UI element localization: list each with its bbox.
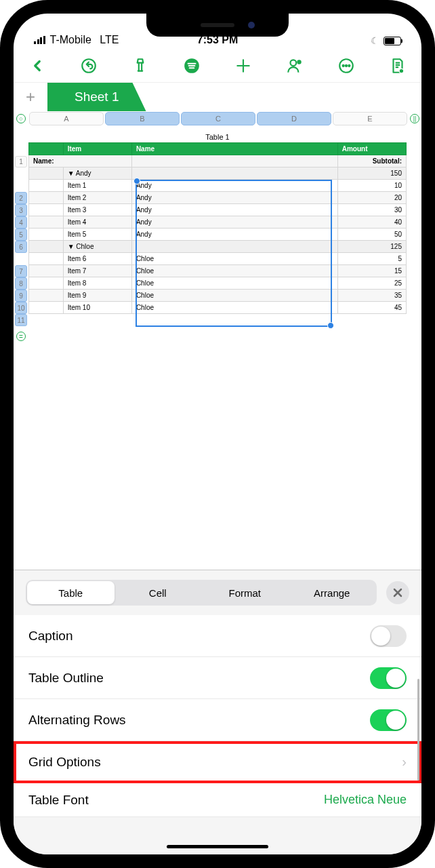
svg-point-8	[399, 68, 404, 73]
header-amount: Amount	[337, 143, 406, 155]
alternating-rows-toggle[interactable]	[370, 709, 407, 731]
col-header-b[interactable]: B	[105, 112, 180, 125]
cell-name[interactable]: Chloe	[131, 290, 337, 302]
cell-item[interactable]: Item 4	[63, 216, 131, 229]
network-label: LTE	[100, 34, 119, 46]
row-header-5[interactable]: 5	[15, 229, 27, 241]
cell-item[interactable]: Item 6	[63, 253, 131, 265]
cell-name[interactable]: Chloe	[131, 265, 337, 277]
more-button[interactable]	[335, 54, 358, 77]
cell-amount[interactable]: 35	[337, 290, 406, 302]
group-collapse-chloe[interactable]: ▼ Chloe	[63, 241, 131, 253]
cell-name[interactable]: Chloe	[131, 277, 337, 290]
cell-amount[interactable]: 15	[337, 265, 406, 277]
cell-name[interactable]: Andy	[131, 180, 337, 192]
tab-cell[interactable]: Cell	[115, 581, 202, 604]
row-header-3[interactable]: 3	[15, 204, 27, 216]
caption-toggle[interactable]	[370, 625, 407, 647]
cell-name[interactable]: Andy	[131, 229, 337, 241]
setting-caption[interactable]: Caption	[14, 615, 421, 657]
svg-point-6	[346, 64, 347, 66]
row-header-1[interactable]: 1	[15, 156, 27, 167]
setting-label: Table Font	[28, 793, 89, 808]
cell-name[interactable]: Andy	[131, 192, 337, 204]
cell-amount[interactable]: 40	[337, 216, 406, 229]
cell-item[interactable]: Item 3	[63, 204, 131, 216]
row-header-2[interactable]: 2	[15, 192, 27, 204]
row-header-7[interactable]: 7	[15, 265, 27, 277]
cell-name[interactable]: Andy	[131, 204, 337, 216]
carrier-label: T-Mobile	[50, 34, 91, 46]
tab-arrange[interactable]: Arrange	[289, 581, 376, 604]
cell-item[interactable]: Item 7	[63, 265, 131, 277]
document-settings-button[interactable]	[386, 54, 409, 77]
sheet-tab-bar: + Sheet 1	[14, 83, 421, 111]
cell-item[interactable]: Item 2	[63, 192, 131, 204]
table-outline-toggle[interactable]	[370, 667, 407, 689]
undo-button[interactable]	[77, 54, 100, 77]
phone-screen: T-Mobile LTE 7:53 PM ☾	[14, 14, 421, 854]
insert-button[interactable]	[232, 54, 255, 77]
svg-point-5	[343, 64, 344, 66]
cell-amount[interactable]: 50	[337, 229, 406, 241]
row-header-6[interactable]: 6	[15, 241, 27, 253]
row-header-4[interactable]: 4	[15, 216, 27, 229]
col-header-d[interactable]: D	[257, 112, 331, 125]
toolbar	[14, 49, 421, 83]
cell-item[interactable]: Item 8	[63, 277, 131, 290]
row-header-11[interactable]: 11	[15, 314, 27, 326]
cell-amount[interactable]: 25	[337, 277, 406, 290]
sheet-tab-active[interactable]: Sheet 1	[47, 83, 146, 111]
header-name: Name	[131, 143, 337, 155]
collaborate-button[interactable]	[283, 54, 306, 77]
cell-name[interactable]: Andy	[131, 216, 337, 229]
cell-item[interactable]: Item 5	[63, 229, 131, 241]
close-inspector-button[interactable]	[386, 581, 409, 604]
row-header-9[interactable]: 9	[15, 290, 27, 302]
row-header-8[interactable]: 8	[15, 277, 27, 290]
setting-label: Grid Options	[28, 755, 101, 770]
cell-item[interactable]: Item 10	[63, 302, 131, 314]
col-header-c[interactable]: C	[181, 112, 255, 125]
back-button[interactable]	[26, 54, 49, 77]
group-collapse-andy[interactable]: ▼ Andy	[63, 167, 131, 180]
col-header-a[interactable]: A	[29, 112, 104, 125]
add-sheet-button[interactable]: +	[14, 83, 47, 111]
row-header-10[interactable]: 10	[15, 302, 27, 314]
setting-table-outline[interactable]: Table Outline	[14, 657, 421, 699]
cell-amount[interactable]: 20	[337, 192, 406, 204]
group-subtotal-chloe: 125	[337, 241, 406, 253]
cell-amount[interactable]: 5	[337, 253, 406, 265]
home-indicator[interactable]	[167, 845, 268, 848]
setting-table-font[interactable]: Table Font Helvetica Neue	[14, 783, 421, 817]
filter-button[interactable]	[180, 54, 203, 77]
cell-name[interactable]: Chloe	[131, 253, 337, 265]
column-headers: ○ A B C D E ||	[14, 111, 421, 126]
cell-item[interactable]: Item 9	[63, 290, 131, 302]
cell-amount[interactable]: 30	[337, 204, 406, 216]
scroll-indicator[interactable]	[417, 679, 419, 781]
cell-name[interactable]: Chloe	[131, 302, 337, 314]
format-brush-button[interactable]	[129, 54, 152, 77]
row-headers: 1 2 3 4 5 6 7 8 9 10 11 =	[15, 142, 27, 341]
setting-alternating-rows[interactable]: Alternating Rows	[14, 699, 421, 741]
signal-icon	[34, 36, 45, 44]
tab-format[interactable]: Format	[201, 581, 289, 604]
subtotal-amount-label: Subtotal:	[337, 155, 406, 167]
cell-amount[interactable]: 45	[337, 302, 406, 314]
add-column-button[interactable]: ||	[408, 111, 421, 126]
col-header-e[interactable]: E	[333, 112, 407, 125]
origin-cell[interactable]: ○	[14, 111, 28, 126]
data-table[interactable]: Item Name Amount Name: Subtotal: ▼ Andy	[28, 142, 407, 314]
tab-table[interactable]: Table	[27, 581, 115, 604]
settings-list: Caption Table Outline Alternating Rows G…	[14, 615, 421, 817]
cell-item[interactable]: Item 1	[63, 180, 131, 192]
svg-point-7	[348, 64, 350, 66]
selection-handle-br[interactable]	[327, 322, 334, 329]
setting-grid-options[interactable]: Grid Options ›	[14, 741, 421, 783]
subtotal-name-label: Name:	[29, 155, 132, 167]
cell-amount[interactable]: 10	[337, 180, 406, 192]
add-row-button[interactable]: =	[16, 332, 26, 341]
status-left: T-Mobile LTE	[34, 34, 119, 46]
spreadsheet-area[interactable]: ○ A B C D E || 1 2 3 4 5 6 7 8 9	[14, 111, 421, 457]
